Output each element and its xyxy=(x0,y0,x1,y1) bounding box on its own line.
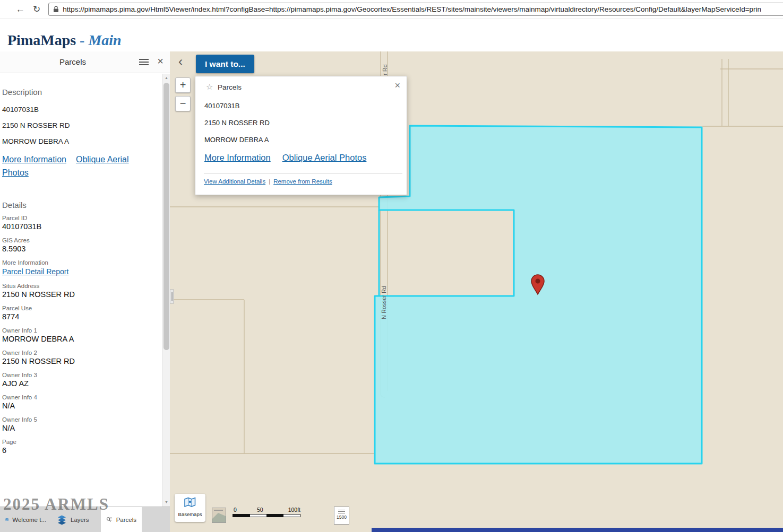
detail-field-page: Page 6 xyxy=(2,439,162,455)
description-address: 2150 N ROSSER RD xyxy=(2,118,162,134)
description-heading: Description xyxy=(2,88,162,97)
overview-map-icon xyxy=(212,508,226,522)
panel-menu-icon[interactable] xyxy=(139,59,149,67)
scale-input[interactable]: 1500 xyxy=(334,507,349,525)
parcel-popup: ☆ Parcels × 40107031B 2150 N ROSSER RD M… xyxy=(195,76,407,195)
description-links: More InformationOblique Aerial Photos xyxy=(2,153,154,179)
popup-footer: View Additional Details|Remove from Resu… xyxy=(204,178,332,185)
address-bar[interactable]: https://pimamaps.pima.gov/Html5Viewer/in… xyxy=(48,3,783,16)
remove-from-results-link[interactable]: Remove from Results xyxy=(273,178,332,185)
detail-field-owner-info-5: Owner Info 5 N/A xyxy=(2,416,162,432)
tab-parcels-label: Parcels xyxy=(116,517,136,523)
detail-field-owner-info-3: Owner Info 3 AJO AZ xyxy=(2,372,162,388)
parcel-detail-report-link[interactable]: Parcel Detail Report xyxy=(2,267,68,276)
panel-header: Parcels × xyxy=(0,51,170,73)
popup-close-icon[interactable]: × xyxy=(394,80,400,91)
more-information-link[interactable]: More Information xyxy=(2,155,66,164)
detail-field-more-information: More Information Parcel Detail Report xyxy=(2,259,162,276)
panel-collapse-icon[interactable]: ‹ xyxy=(173,54,188,70)
popup-parcel-id: 40107031B xyxy=(204,102,398,110)
overview-map-button[interactable] xyxy=(212,508,226,523)
scale-bar-graphic xyxy=(233,514,300,517)
armls-watermark: 2025 ARMLS xyxy=(3,495,109,514)
popup-links: More InformationOblique Aerial Photos xyxy=(204,153,398,163)
browser-refresh-icon[interactable]: ↻ xyxy=(33,4,40,15)
view-additional-details-link[interactable]: View Additional Details xyxy=(204,178,265,185)
browser-back-icon[interactable]: ← xyxy=(16,4,25,15)
lock-icon xyxy=(53,6,59,13)
basemap-icon xyxy=(184,496,196,508)
page-title: PimaMaps - Main xyxy=(7,32,122,49)
detail-field-parcel-id: Parcel ID 40107031B xyxy=(2,215,162,231)
scroll-down-icon[interactable]: ▼ xyxy=(163,499,170,506)
browser-chrome: ← ↻ https://pimamaps.pima.gov/Html5Viewe… xyxy=(0,0,783,19)
scroll-up-icon[interactable]: ▲ xyxy=(163,74,170,82)
scale-value: 1500 xyxy=(334,514,349,520)
description-parcel-id: 40107031B xyxy=(2,102,162,118)
popup-divider xyxy=(204,173,402,173)
tab-welcome-label: Welcome t... xyxy=(12,517,46,523)
popup-body: 40107031B 2150 N ROSSER RD MORROW DEBRA … xyxy=(204,102,398,163)
scale-slider-icon xyxy=(338,510,345,513)
road-label-top: r Rd xyxy=(382,64,388,75)
description-owner: MORROW DEBRA A xyxy=(2,134,162,150)
pimamaps-app: ← ↻ https://pimamaps.pima.gov/Html5Viewe… xyxy=(0,0,783,532)
popup-address: 2150 N ROSSER RD xyxy=(204,119,398,127)
detail-field-owner-info-4: Owner Info 4 N/A xyxy=(2,394,162,410)
panel-close-icon[interactable]: × xyxy=(157,55,164,67)
road-label: N Rosser Rd xyxy=(381,286,387,319)
layers-icon xyxy=(57,514,67,525)
welcome-icon xyxy=(5,514,8,525)
panel-title: Parcels xyxy=(59,57,86,66)
details-heading: Details xyxy=(2,200,162,210)
sidebar-scrollbar[interactable]: ▲ ▼ xyxy=(162,74,170,507)
zoom-out-button[interactable]: − xyxy=(175,96,191,111)
detail-field-parcel-use: Parcel Use 8774 xyxy=(2,305,162,321)
favorite-star-icon[interactable]: ☆ xyxy=(206,82,213,92)
popup-oblique-aerial-photos-link[interactable]: Oblique Aerial Photos xyxy=(282,153,367,162)
scale-bar-labels: 0 50 100ft xyxy=(233,507,300,514)
panel-body: Description 40107031B 2150 N ROSSER RD M… xyxy=(0,74,162,507)
bottom-blue-bar xyxy=(372,528,783,532)
detail-field-owner-info-1: Owner Info 1 MORROW DEBRA A xyxy=(2,327,162,343)
popup-owner: MORROW DEBRA A xyxy=(204,136,398,144)
app-header: PimaMaps - Main xyxy=(0,19,783,51)
parcels-search-icon xyxy=(106,514,113,525)
popup-more-information-link[interactable]: More Information xyxy=(204,153,271,162)
parcels-panel: Parcels × Description 40107031B 2150 N R… xyxy=(0,51,170,507)
scale-bar: 0 50 100ft xyxy=(233,507,300,517)
basemaps-button[interactable]: Basemaps xyxy=(175,494,205,522)
panel-resize-grip xyxy=(170,290,174,303)
detail-field-situs-address: Situs Address 2150 N ROSSER RD xyxy=(2,283,162,299)
scrollbar-thumb[interactable] xyxy=(164,83,169,350)
zoom-in-button[interactable]: + xyxy=(175,77,191,93)
tab-layers-label: Layers xyxy=(71,517,89,523)
url-text: https://pimamaps.pima.gov/Html5Viewer/in… xyxy=(63,5,761,13)
popup-title: Parcels xyxy=(218,83,242,91)
detail-field-gis-acres: GIS Acres 8.5903 xyxy=(2,237,162,253)
detail-field-owner-info-2: Owner Info 2 2150 N ROSSER RD xyxy=(2,350,162,365)
i-want-to-button[interactable]: I want to... xyxy=(196,55,254,73)
basemaps-label: Basemaps xyxy=(175,511,205,517)
